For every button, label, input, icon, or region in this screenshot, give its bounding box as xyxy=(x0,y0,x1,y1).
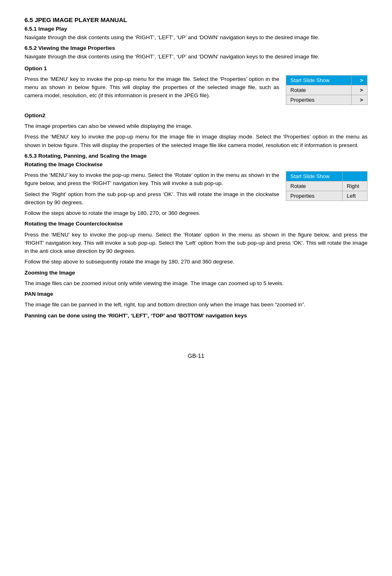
menu2-row-2: Properties Left xyxy=(286,191,368,201)
section-651-title: 6.5.1 Image Play xyxy=(24,26,368,32)
menu2-table: Start Slide Show Rotate Right Properties… xyxy=(286,171,368,201)
menu1-arrow-2: > xyxy=(351,95,367,105)
menu1-row-1: Rotate > xyxy=(286,85,368,95)
menu2-value-0 xyxy=(343,172,368,181)
menu1-row-0: Start Slide Show > xyxy=(286,75,368,85)
zooming-text: The image files can be zoomed in/out onl… xyxy=(24,279,368,288)
menu2-label-2: Properties xyxy=(286,191,343,201)
menu2-label-0: Start Slide Show xyxy=(286,172,343,181)
menu2-row-1: Rotate Right xyxy=(286,181,368,191)
menu1-box: Start Slide Show > Rotate > Properties > xyxy=(286,75,368,105)
menu1-arrow-1: > xyxy=(351,85,367,95)
option1-label: Option 1 xyxy=(24,65,47,71)
option2-label: Option2 xyxy=(24,112,45,118)
option2-section: Option2 The image properties can also be… xyxy=(24,112,368,150)
panning-bold: Panning can be done using the ‘RIGHT’, ‘… xyxy=(24,313,247,319)
section-652-body: Navigate through the disk contents using… xyxy=(24,53,368,61)
section-651: 6.5.1 Image Play Navigate through the di… xyxy=(24,26,368,42)
rotating-ccw-title: Rotating the Image Counterclockwise xyxy=(24,221,123,227)
footer: GB-11 xyxy=(24,353,368,359)
rotating-cw-content: Start Slide Show Rotate Right Properties… xyxy=(24,171,368,220)
rotating-cw-title: Rotating the Image Clockwise xyxy=(24,161,102,167)
option2-text2: Press the ‘MENU’ key to invoke the pop-u… xyxy=(24,133,368,150)
option1-section: Option 1 Start Slide Show > Rotate > Pro… xyxy=(24,65,368,108)
section-652: 6.5.2 Viewing the Image Properties Navig… xyxy=(24,45,368,61)
section-652-title: 6.5.2 Viewing the Image Properties xyxy=(24,45,368,51)
section-653: 6.5.3 Rotating, Panning, and Scaling the… xyxy=(24,153,368,320)
option2-text1: The image properties can also be viewed … xyxy=(24,122,368,130)
menu1-arrow-0: > xyxy=(351,75,367,85)
pan-text: The image file can be panned in the left… xyxy=(24,301,368,309)
pan-title: PAN Image xyxy=(24,291,53,297)
menu1-row-2: Properties > xyxy=(286,95,368,105)
menu1-table: Start Slide Show > Rotate > Properties > xyxy=(286,75,368,105)
menu1-label-0: Start Slide Show xyxy=(286,75,352,85)
rotating-cw-text3: Follow the steps above to rotate the ima… xyxy=(24,209,368,217)
menu1-label-2: Properties xyxy=(286,95,352,105)
rotating-ccw-text2: Follow the step above to subsequently ro… xyxy=(24,258,368,266)
section-653-title: 6.5.3 Rotating, Panning, and Scaling the… xyxy=(24,153,368,159)
zooming-title: Zooming the Image xyxy=(24,270,75,276)
menu2-row-0: Start Slide Show xyxy=(286,172,368,181)
menu2-label-1: Rotate xyxy=(286,181,343,191)
rotating-ccw-text1: Press the ‘MENU’ key to invoke the pop-u… xyxy=(24,231,368,256)
main-title: 6.5 JPEG IMAGE PLAYER MANUAL xyxy=(24,16,368,23)
menu1-label-1: Rotate xyxy=(286,85,352,95)
section-651-body: Navigate through the disk contents using… xyxy=(24,33,368,42)
menu2-value-2: Left xyxy=(343,191,368,201)
menu2-box: Start Slide Show Rotate Right Properties… xyxy=(286,171,368,201)
menu2-value-1: Right xyxy=(343,181,368,191)
